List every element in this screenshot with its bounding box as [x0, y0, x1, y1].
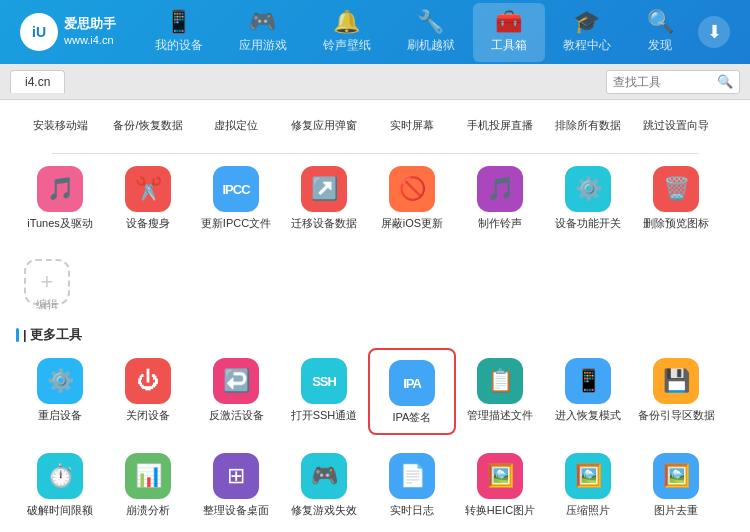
nav-label-1: 应用游戏 — [239, 37, 287, 54]
top-tool-label-6: 排除所有数据 — [555, 118, 621, 133]
more-row1-container-item-4[interactable]: IPAIPA签名 — [368, 348, 456, 435]
more-row2-container-item-1[interactable]: 📊崩溃分析 — [104, 443, 192, 526]
search-input[interactable] — [613, 75, 713, 89]
tools-row2-container-item-2[interactable]: IPCC更新IPCC文件 — [192, 156, 280, 239]
tools-row2-container-item-7[interactable]: 🗑️删除预览图标 — [632, 156, 720, 239]
more-row1-container-item-3[interactable]: SSH打开SSH通道 — [280, 348, 368, 435]
more-row1-container-item-1[interactable]: ⏻关闭设备 — [104, 348, 192, 435]
more-row2-container-item-6[interactable]: 🖼️压缩照片 — [544, 443, 632, 526]
top-tool-1[interactable]: 备份/恢复数据 — [104, 110, 192, 141]
top-tool-label-3: 修复应用弹窗 — [291, 118, 357, 133]
more-row1-container-item-6[interactable]: 📱进入恢复模式 — [544, 348, 632, 435]
section-more-title: | 更多工具 — [16, 320, 734, 348]
nav-item-教程中心[interactable]: 🎓教程中心 — [545, 3, 629, 62]
more-row1-container-label-0: 重启设备 — [38, 408, 82, 423]
nav-label-0: 我的设备 — [155, 37, 203, 54]
nav-icon-2: 🔔 — [333, 11, 360, 33]
tools-row2-container-label-5: 制作铃声 — [478, 216, 522, 231]
nav-icon-4: 🧰 — [495, 11, 522, 33]
top-tool-2[interactable]: 虚拟定位 — [192, 110, 280, 141]
more-row2-container-label-7: 图片去重 — [654, 503, 698, 518]
tools-row2-container-label-2: 更新IPCC文件 — [201, 216, 271, 231]
top-tool-3[interactable]: 修复应用弹窗 — [280, 110, 368, 141]
more-row2-container-item-5[interactable]: 🖼️转换HEIC图片 — [456, 443, 544, 526]
top-tool-label-2: 虚拟定位 — [214, 118, 258, 133]
tools-row2-container-item-4[interactable]: 🚫屏蔽iOS更新 — [368, 156, 456, 239]
search-icon: 🔍 — [717, 74, 733, 89]
top-tool-0[interactable]: 安装移动端 — [16, 110, 104, 141]
main-content: 安装移动端备份/恢复数据虚拟定位修复应用弹窗实时屏幕手机投屏直播排除所有数据跳过… — [0, 100, 750, 532]
tools-row2-container-label-6: 设备功能开关 — [555, 216, 621, 231]
nav-item-刷机越狱[interactable]: 🔧刷机越狱 — [389, 3, 473, 62]
more-row2-container-label-3: 修复游戏失效 — [291, 503, 357, 518]
more-row1-container-item-7[interactable]: 💾备份引导区数据 — [632, 348, 720, 435]
more-row2-container-label-6: 压缩照片 — [566, 503, 610, 518]
edit-label: 编辑 — [24, 271, 70, 312]
search-box: 🔍 — [606, 70, 740, 94]
logo-text: 爱思助手 www.i4.cn — [64, 15, 116, 49]
top-tool-label-7: 跳过设置向导 — [643, 118, 709, 133]
nav-icon-1: 🎮 — [249, 11, 276, 33]
more-row2-container-item-0[interactable]: ⏱️破解时间限额 — [16, 443, 104, 526]
nav-label-3: 刷机越狱 — [407, 37, 455, 54]
more-row2-container-label-1: 崩溃分析 — [126, 503, 170, 518]
more-row2-container-label-5: 转换HEIC图片 — [465, 503, 535, 518]
more-row2-container-item-3[interactable]: 🎮修复游戏失效 — [280, 443, 368, 526]
more-row2-container-label-4: 实时日志 — [390, 503, 434, 518]
tools-row2-container-item-3[interactable]: ↗️迁移设备数据 — [280, 156, 368, 239]
more-row1-container-item-0[interactable]: ⚙️重启设备 — [16, 348, 104, 435]
tools-row2-container-label-7: 删除预览图标 — [643, 216, 709, 231]
top-tools-grid: 安装移动端备份/恢复数据虚拟定位修复应用弹窗实时屏幕手机投屏直播排除所有数据跳过… — [16, 110, 734, 141]
nav-label-4: 工具箱 — [491, 37, 527, 54]
more-row2-container-item-4[interactable]: 📄实时日志 — [368, 443, 456, 526]
nav-label-2: 铃声壁纸 — [323, 37, 371, 54]
nav-icon-5: 🎓 — [573, 11, 600, 33]
top-tool-7[interactable]: 跳过设置向导 — [632, 110, 720, 141]
more-row1-container-label-3: 打开SSH通道 — [291, 408, 358, 423]
top-tool-5[interactable]: 手机投屏直播 — [456, 110, 544, 141]
nav-label-6: 发现 — [648, 37, 672, 54]
tools-row2-container-label-1: 设备瘦身 — [126, 216, 170, 231]
tools-row2-container-label-4: 屏蔽iOS更新 — [381, 216, 443, 231]
logo-area: iU 爱思助手 www.i4.cn — [10, 13, 130, 51]
more-row2-container-label-2: 整理设备桌面 — [203, 503, 269, 518]
tools-row2-container-label-0: iTunes及驱动 — [27, 216, 93, 231]
tools-row2-container-item-1[interactable]: ✂️设备瘦身 — [104, 156, 192, 239]
more-row2-container-item-2[interactable]: ⊞整理设备桌面 — [192, 443, 280, 526]
nav-icon-3: 🔧 — [417, 11, 444, 33]
more-row1-container-label-5: 管理描述文件 — [467, 408, 533, 423]
top-tool-label-1: 备份/恢复数据 — [113, 118, 182, 133]
top-tool-6[interactable]: 排除所有数据 — [544, 110, 632, 141]
top-tool-label-4: 实时屏幕 — [390, 118, 434, 133]
address-bar: i4.cn 🔍 — [0, 64, 750, 100]
more-row2-container-item-7[interactable]: 🖼️图片去重 — [632, 443, 720, 526]
tools-row2-container-item-6[interactable]: ⚙️设备功能开关 — [544, 156, 632, 239]
nav-item-铃声壁纸[interactable]: 🔔铃声壁纸 — [305, 3, 389, 62]
address-tab[interactable]: i4.cn — [10, 70, 65, 93]
more-row2-container-label-0: 破解时间限额 — [27, 503, 93, 518]
top-tool-label-5: 手机投屏直播 — [467, 118, 533, 133]
download-button[interactable]: ⬇ — [698, 16, 730, 48]
more-tools-row1: ⚙️重启设备⏻关闭设备↩️反激活设备SSH打开SSH通道IPAIPA签名📋管理描… — [16, 348, 734, 435]
top-tool-4[interactable]: 实时屏幕 — [368, 110, 456, 141]
nav-item-工具箱[interactable]: 🧰工具箱 — [473, 3, 545, 62]
more-tools-row2: ⏱️破解时间限额📊崩溃分析⊞整理设备桌面🎮修复游戏失效📄实时日志🖼️转换HEIC… — [16, 443, 734, 526]
nav-items: 📱我的设备🎮应用游戏🔔铃声壁纸🔧刷机越狱🧰工具箱🎓教程中心🔍发现 — [130, 3, 698, 62]
tools-row2-container-item-5[interactable]: 🎵制作铃声 — [456, 156, 544, 239]
tools-row2-container-item-0[interactable]: 🎵iTunes及驱动 — [16, 156, 104, 239]
divider — [16, 149, 734, 156]
nav-item-我的设备[interactable]: 📱我的设备 — [137, 3, 221, 62]
more-row1-container-item-5[interactable]: 📋管理描述文件 — [456, 348, 544, 435]
edit-area: + 编辑 — [16, 247, 734, 320]
logo-icon: iU — [20, 13, 58, 51]
top-navigation: iU 爱思助手 www.i4.cn 📱我的设备🎮应用游戏🔔铃声壁纸🔧刷机越狱🧰工… — [0, 0, 750, 64]
nav-item-应用游戏[interactable]: 🎮应用游戏 — [221, 3, 305, 62]
more-row1-container-item-2[interactable]: ↩️反激活设备 — [192, 348, 280, 435]
nav-icon-6: 🔍 — [647, 11, 674, 33]
nav-item-发现[interactable]: 🔍发现 — [629, 3, 692, 62]
more-row1-container-label-6: 进入恢复模式 — [555, 408, 621, 423]
top-tool-label-0: 安装移动端 — [33, 118, 88, 133]
tools-row2-grid: 🎵iTunes及驱动✂️设备瘦身IPCC更新IPCC文件↗️迁移设备数据🚫屏蔽i… — [16, 156, 734, 239]
more-row1-container-label-7: 备份引导区数据 — [638, 408, 715, 423]
nav-label-5: 教程中心 — [563, 37, 611, 54]
